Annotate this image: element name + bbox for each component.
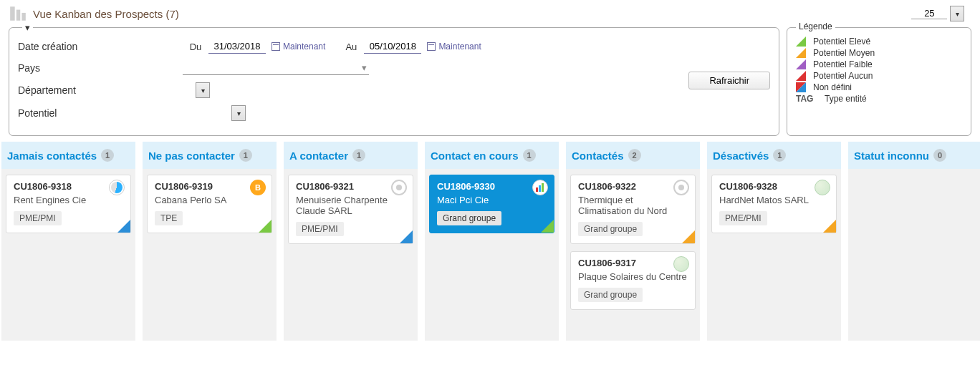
- potentiel-select[interactable]: ▾: [218, 105, 246, 121]
- legend-item: Potentiel Elevé: [796, 36, 962, 47]
- column-header[interactable]: Contactés2: [566, 142, 700, 169]
- legend-item: Potentiel Aucun: [796, 71, 962, 81]
- card-name: Cabana Perlo SA: [155, 195, 264, 205]
- legend-swatch: [796, 59, 806, 69]
- legend-tag-text: Type entité: [825, 94, 867, 104]
- module-icon: [9, 4, 27, 23]
- column-header[interactable]: Désactivés1: [707, 142, 841, 169]
- label-date-creation: Date création: [18, 41, 183, 52]
- page-size-input[interactable]: [911, 8, 947, 19]
- kanban-card[interactable]: CU1806-9330Maci Pci CieGrand groupe: [429, 175, 554, 233]
- legend-label: Potentiel Aucun: [813, 71, 873, 81]
- chevron-down-icon[interactable]: ▾: [196, 82, 210, 98]
- label-potentiel: Potentiel: [18, 107, 183, 119]
- refresh-button[interactable]: Rafraichir: [688, 72, 770, 89]
- svg-rect-2: [21, 13, 25, 21]
- svg-rect-5: [542, 183, 544, 192]
- calendar-icon[interactable]: [427, 42, 436, 51]
- column-header[interactable]: A contacter1: [284, 142, 418, 169]
- globe-icon: [673, 256, 689, 272]
- column-count: 0: [933, 149, 946, 162]
- svg-rect-0: [10, 6, 15, 21]
- column-body[interactable]: BCU1806-9319Cabana Perlo SATPE: [143, 169, 277, 341]
- column-body[interactable]: CU1806-9322Thermique et Climatisation du…: [566, 169, 700, 341]
- now-link-from[interactable]: Maintenant: [283, 42, 325, 52]
- kanban-card[interactable]: CU1806-9321Menuiserie Charpente Claude S…: [288, 175, 413, 244]
- card-tag: Grand groupe: [578, 222, 643, 236]
- page-size-dropdown[interactable]: ▾: [950, 6, 964, 21]
- card-name: Maci Pci Cie: [437, 195, 547, 205]
- card-tag: Grand groupe: [578, 288, 643, 302]
- kanban-card[interactable]: CU1806-9318Rent Engines CiePME/PMI: [6, 175, 131, 233]
- column-body[interactable]: CU1806-9328HardNet Matos SARLPME/PMI: [707, 169, 841, 341]
- column-title: Contact en cours: [431, 150, 519, 162]
- kanban-card[interactable]: CU1806-9322Thermique et Climatisation du…: [570, 175, 696, 244]
- column-count: 1: [239, 149, 252, 162]
- column-title: Statut inconnu: [854, 150, 929, 162]
- legend-label: Potentiel Moyen: [813, 48, 875, 58]
- calendar-icon[interactable]: [272, 42, 280, 51]
- card-id: CU1806-9330: [437, 181, 547, 192]
- filter-panel: ▾ Date création Du Maintenant Au Mainten…: [9, 27, 779, 136]
- card-name: Thermique et Climatisation du Nord: [578, 195, 688, 216]
- card-tag: PME/PMI: [296, 222, 344, 236]
- column-header[interactable]: Statut inconnu0: [848, 142, 980, 169]
- kanban-column: Ne pas contacter1BCU1806-9319Cabana Perl…: [143, 142, 277, 341]
- legend-label: Potentiel Faible: [813, 59, 873, 69]
- column-count: 1: [773, 149, 786, 162]
- bar-chart-icon: [532, 180, 548, 195]
- date-from-input[interactable]: [208, 39, 266, 54]
- legend-swatch: [796, 36, 806, 47]
- shield-icon: B: [250, 180, 266, 195]
- potential-corner: [259, 220, 272, 233]
- column-title: Jamais contactés: [7, 150, 97, 162]
- date-to-input[interactable]: [364, 39, 421, 54]
- label-pays: Pays: [18, 62, 183, 74]
- potential-corner: [682, 230, 695, 243]
- column-body[interactable]: CU1806-9321Menuiserie Charpente Claude S…: [284, 169, 418, 341]
- card-id: CU1806-9319: [155, 181, 264, 192]
- potential-corner: [117, 220, 130, 233]
- potential-corner: [541, 220, 554, 233]
- column-header[interactable]: Ne pas contacter1: [143, 142, 277, 169]
- pie-chart-icon: [109, 180, 125, 195]
- column-body[interactable]: CU1806-9330Maci Pci CieGrand groupe: [425, 169, 559, 341]
- now-link-to[interactable]: Maintenant: [438, 42, 481, 52]
- departement-select[interactable]: ▾: [183, 82, 210, 98]
- kanban-card[interactable]: BCU1806-9319Cabana Perlo SATPE: [147, 175, 272, 233]
- kanban-card[interactable]: CU1806-9328HardNet Matos SARLPME/PMI: [711, 175, 837, 233]
- column-header[interactable]: Jamais contactés1: [1, 142, 135, 169]
- chevron-down-icon[interactable]: ▾: [231, 105, 246, 121]
- card-id: CU1806-9328: [719, 181, 829, 192]
- column-title: Contactés: [572, 150, 624, 162]
- column-title: A contacter: [289, 150, 348, 162]
- column-header[interactable]: Contact en cours1: [425, 142, 559, 169]
- label-to: Au: [338, 42, 364, 52]
- kanban-card[interactable]: CU1806-9317Plaque Solaires du CentreGran…: [570, 251, 696, 310]
- legend-swatch: [796, 71, 806, 81]
- potential-corner: [823, 220, 836, 233]
- column-count: 1: [101, 149, 114, 162]
- svg-rect-4: [539, 185, 541, 192]
- legend-tag-label: TAG: [796, 94, 817, 104]
- card-id: CU1806-9318: [14, 181, 123, 192]
- potential-corner: [400, 230, 413, 243]
- column-count: 2: [628, 149, 641, 162]
- legend-swatch: [796, 82, 806, 92]
- legend-title: Légende: [796, 21, 835, 31]
- person-icon: [391, 180, 407, 195]
- filter-icon: ▾: [22, 22, 33, 33]
- page-size-selector[interactable]: ▾: [911, 6, 964, 21]
- country-input[interactable]: [183, 61, 369, 75]
- column-body[interactable]: [848, 169, 980, 341]
- card-name: Plaque Solaires du Centre: [578, 271, 688, 282]
- person-icon: [673, 180, 689, 195]
- label-from: Du: [183, 42, 208, 52]
- card-id: CU1806-9317: [578, 258, 688, 268]
- card-tag: PME/PMI: [719, 211, 767, 225]
- kanban-column: Désactivés1CU1806-9328HardNet Matos SARL…: [707, 142, 841, 341]
- kanban-column: Statut inconnu0: [848, 142, 980, 341]
- legend-item: Potentiel Faible: [796, 59, 962, 69]
- card-id: CU1806-9322: [578, 181, 688, 192]
- column-body[interactable]: CU1806-9318Rent Engines CiePME/PMI: [1, 169, 135, 341]
